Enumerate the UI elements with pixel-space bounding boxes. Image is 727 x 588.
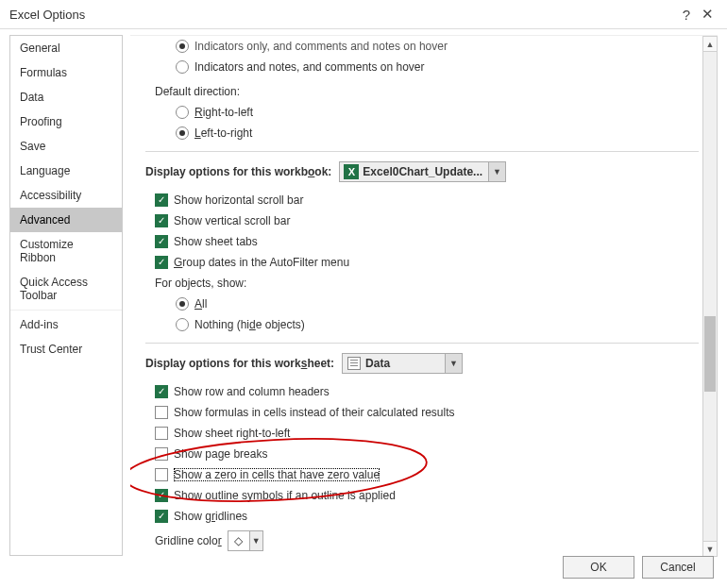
checkbox-label: Show outline symbols if an outline is ap… [174, 489, 396, 502]
radio-icon [176, 60, 189, 74]
close-button[interactable]: ✕ [697, 6, 718, 23]
workbook-combo-value: Excel0Chart_Update... [363, 165, 488, 178]
gridline-color-picker[interactable]: ◇ ▼ [228, 530, 263, 551]
chk-page-breaks[interactable]: Show page breaks [145, 444, 699, 464]
checkbox-label: Show formulas in cells instead of their … [174, 406, 454, 419]
ok-button[interactable]: OK [563, 556, 634, 579]
radio-label: Indicators only, and comments and notes … [194, 40, 448, 53]
checkbox-icon [155, 406, 168, 419]
section-display-workbook: Display options for this workbook: X Exc… [145, 160, 699, 184]
checkbox-label: Show page breaks [174, 447, 267, 461]
gridline-color-row: Gridline color ◇ ▼ [145, 530, 699, 551]
chk-v-scrollbar[interactable]: Show vertical scroll bar [145, 210, 699, 231]
sidebar-item-language[interactable]: Language [10, 159, 122, 183]
chk-row-col-headers[interactable]: Show row and column headers [145, 381, 699, 402]
checkbox-icon [155, 468, 168, 481]
checkbox-label: Show a zero in cells that have zero valu… [174, 468, 380, 481]
sidebar-item-data[interactable]: Data [10, 85, 122, 109]
sidebar-item-formulas[interactable]: Formulas [10, 60, 122, 85]
radio-icon [176, 318, 189, 331]
checkbox-label: Show horizontal scroll bar [174, 193, 303, 207]
sidebar-item-trust-center[interactable]: Trust Center [10, 337, 122, 361]
chk-outline-symbols[interactable]: Show outline symbols if an outline is ap… [145, 485, 699, 506]
radio-label: Indicators and notes, and comments on ho… [194, 60, 424, 74]
section-display-worksheet: Display options for this worksheet: Data… [145, 351, 699, 376]
checkbox-icon [155, 385, 168, 398]
chk-sheet-tabs[interactable]: Show sheet tabs [145, 231, 699, 252]
checkbox-label: Show vertical scroll bar [174, 214, 290, 227]
cancel-button[interactable]: Cancel [642, 556, 714, 579]
radio-label: Right-to-left [194, 106, 253, 119]
radio-label: Nothing (hide objects) [194, 318, 305, 331]
checkbox-label: Show sheet right-to-left [174, 427, 290, 440]
sidebar-item-addins[interactable]: Add-ins [10, 310, 122, 337]
help-button[interactable]: ? [676, 7, 697, 23]
radio-indicators-notes[interactable]: Indicators and notes, and comments on ho… [145, 57, 699, 77]
for-objects-label: For objects, show: [145, 273, 699, 294]
radio-icon [176, 106, 189, 119]
sidebar-item-save[interactable]: Save [10, 134, 122, 159]
radio-all[interactable]: All [145, 294, 699, 314]
worksheet-combo[interactable]: Data ▼ [342, 353, 463, 374]
checkbox-icon [155, 447, 168, 461]
chk-group-dates[interactable]: Group dates in the AutoFilter menu [145, 252, 699, 273]
radio-icon [176, 297, 189, 311]
scroll-track[interactable] [703, 52, 717, 541]
sidebar-item-qat[interactable]: Quick Access Toolbar [10, 270, 122, 308]
workbook-combo[interactable]: X Excel0Chart_Update... ▼ [339, 161, 506, 182]
sidebar-item-accessibility[interactable]: Accessibility [10, 183, 122, 208]
checkbox-label: Group dates in the AutoFilter menu [174, 256, 349, 269]
radio-rtl[interactable]: Right-to-left [145, 102, 699, 123]
checkbox-icon [155, 489, 168, 502]
radio-icon [176, 126, 189, 140]
checkbox-icon [155, 510, 168, 523]
radio-icon [176, 40, 189, 53]
gridline-color-label: Gridline color [155, 534, 222, 547]
checkbox-label: Show row and column headers [174, 385, 330, 398]
checkbox-icon [155, 235, 168, 248]
sidebar-item-proofing[interactable]: Proofing [10, 109, 122, 134]
worksheet-combo-value: Data [365, 357, 445, 370]
sidebar-item-advanced[interactable]: Advanced [10, 208, 122, 232]
checkbox-icon [155, 427, 168, 440]
scroll-up-button[interactable]: ▲ [703, 37, 717, 52]
sidebar-item-customize-ribbon[interactable]: Customize Ribbon [10, 232, 122, 270]
radio-indicators-only[interactable]: Indicators only, and comments and notes … [145, 36, 699, 57]
default-direction-label: Default direction: [145, 81, 699, 102]
sheet-icon [347, 356, 362, 371]
chk-h-scrollbar[interactable]: Show horizontal scroll bar [145, 190, 699, 210]
checkbox-label: Show sheet tabs [174, 235, 258, 248]
excel-icon: X [344, 164, 359, 179]
radio-ltr[interactable]: Left-to-right [145, 123, 699, 143]
radio-label: Left-to-right [194, 126, 252, 140]
scroll-thumb[interactable] [704, 316, 716, 392]
scroll-down-button[interactable]: ▼ [703, 541, 717, 556]
vertical-scrollbar[interactable]: ▲ ▼ [702, 36, 718, 557]
checkbox-icon [155, 256, 168, 269]
checkbox-icon [155, 193, 168, 207]
chk-sheet-rtl[interactable]: Show sheet right-to-left [145, 423, 699, 444]
checkbox-icon [155, 214, 168, 227]
chk-show-gridlines[interactable]: Show gridlines [145, 506, 699, 527]
category-sidebar: General Formulas Data Proofing Save Lang… [9, 35, 123, 556]
checkbox-label: Show gridlines [174, 510, 247, 523]
dialog-title: Excel Options [9, 8, 676, 22]
color-swatch-icon: ◇ [228, 534, 249, 547]
chk-show-formulas[interactable]: Show formulas in cells instead of their … [145, 402, 699, 423]
chevron-down-icon: ▼ [249, 531, 262, 550]
chk-show-zero[interactable]: Show a zero in cells that have zero valu… [145, 464, 699, 485]
radio-label: All [194, 297, 207, 311]
sidebar-item-general[interactable]: General [10, 36, 122, 60]
chevron-down-icon: ▼ [445, 354, 462, 373]
radio-nothing[interactable]: Nothing (hide objects) [145, 314, 699, 335]
chevron-down-icon: ▼ [488, 162, 505, 181]
